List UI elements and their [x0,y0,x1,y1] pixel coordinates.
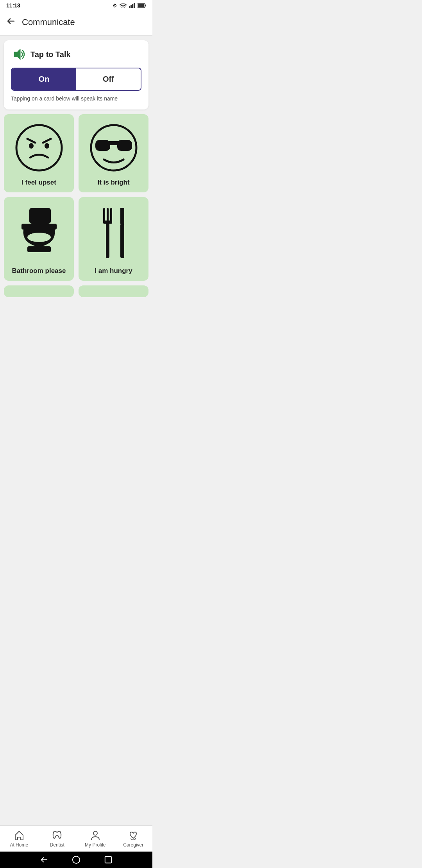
tap-to-talk-title: Tap to Talk [30,50,71,59]
bathroom-icon [8,204,70,263]
main-content: Tap to Talk On Off Tapping on a card bel… [0,36,152,302]
page-title: Communicate [22,17,75,27]
card-is-bright[interactable]: It is bright [79,114,148,192]
cards-grid: I feel upset [4,114,148,281]
card-hungry[interactable]: I am hungry [79,197,148,281]
toggle-off-button[interactable]: Off [76,68,141,90]
svg-rect-27 [106,223,109,258]
card-bathroom-label: Bathroom please [12,267,66,275]
partial-card-right [79,285,148,297]
svg-rect-17 [117,140,132,151]
wifi-icon [120,3,127,8]
svg-rect-1 [129,6,130,8]
status-time: 11:13 [6,2,20,9]
hungry-icon [82,204,145,263]
svg-rect-4 [134,3,135,8]
svg-rect-2 [131,5,132,8]
svg-rect-25 [110,208,112,222]
svg-rect-20 [21,224,57,230]
svg-rect-18 [109,142,118,145]
is-bright-icon [82,121,145,174]
status-icons: ⚙ [113,3,146,9]
signal-icon [129,3,135,8]
svg-rect-21 [27,246,51,252]
card-feel-upset-label: I feel upset [21,178,56,187]
app-bar: Communicate [0,11,152,36]
svg-point-12 [29,143,34,149]
svg-rect-3 [132,4,133,8]
status-bar: 11:13 ⚙ [0,0,152,11]
svg-point-0 [123,8,123,8]
toggle-container: On Off [11,68,141,91]
svg-marker-8 [14,49,20,60]
svg-point-9 [16,125,62,170]
back-button[interactable] [5,15,17,30]
settings-icon: ⚙ [113,3,117,9]
svg-point-22 [27,233,51,242]
card-is-bright-label: It is bright [97,178,129,187]
svg-rect-16 [95,140,110,151]
tap-to-talk-card: Tap to Talk On Off Tapping on a card bel… [4,40,148,109]
card-feel-upset[interactable]: I feel upset [4,114,74,192]
battery-icon [138,3,146,8]
partial-cards-row [4,285,148,297]
svg-rect-19 [29,208,51,224]
partial-card-left [4,285,74,297]
feel-upset-icon [8,121,70,174]
svg-rect-7 [138,4,144,7]
svg-rect-28 [120,224,124,258]
svg-rect-24 [107,208,109,222]
card-hungry-label: I am hungry [95,267,132,275]
toggle-on-button[interactable]: On [12,68,76,90]
svg-point-13 [45,143,49,149]
speaker-icon [11,47,27,62]
tap-hint: Tapping on a card below will speak its n… [11,95,141,102]
svg-rect-6 [145,4,146,6]
svg-rect-23 [103,208,105,222]
card-bathroom[interactable]: Bathroom please [4,197,74,281]
tap-to-talk-header: Tap to Talk [11,47,141,62]
